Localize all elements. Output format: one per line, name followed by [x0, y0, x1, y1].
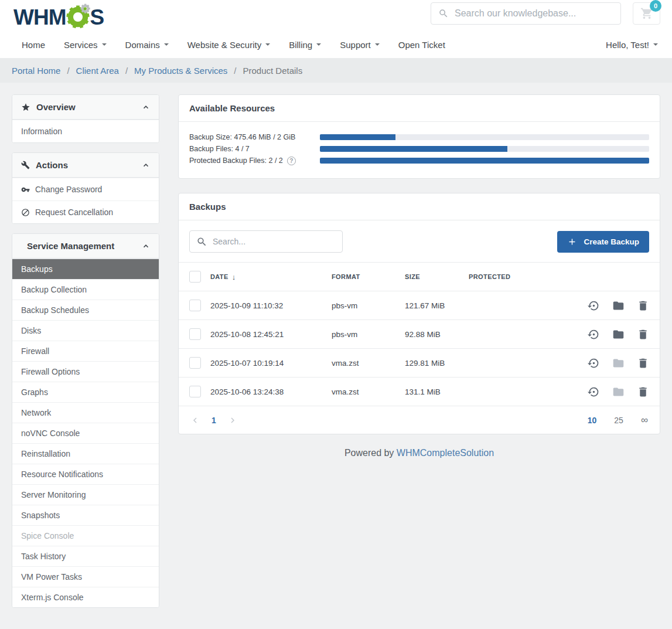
- knowledgebase-search[interactable]: [431, 2, 621, 25]
- nav-item-open-ticket[interactable]: Open Ticket: [398, 40, 445, 50]
- sidebar-item-network[interactable]: Network: [12, 402, 159, 423]
- sidebar-item-graphs[interactable]: Graphs: [12, 382, 159, 402]
- sidebar-item-resource-notifications[interactable]: Resource Notifications: [12, 464, 159, 484]
- page-number[interactable]: 1: [212, 416, 216, 425]
- pagination: 1 10 25 ∞: [179, 406, 660, 434]
- sidebar-item-task-history[interactable]: Task History: [12, 546, 159, 566]
- delete-backup-icon[interactable]: [637, 386, 649, 398]
- sidebar-item-firewall-options[interactable]: Firewall Options: [12, 361, 159, 382]
- service-management-title: Service Management: [27, 241, 114, 251]
- backup-date: 2025-10-09 11:10:32: [210, 301, 332, 310]
- page-size-25[interactable]: 25: [614, 416, 623, 425]
- row-checkbox[interactable]: [189, 386, 201, 397]
- page-size-unlimited[interactable]: ∞: [641, 414, 648, 426]
- backups-search[interactable]: [189, 230, 343, 253]
- whmcs-logo[interactable]: WHM: [13, 4, 104, 31]
- sidebar-item-backup-collection[interactable]: Backup Collection: [12, 279, 159, 300]
- actions-panel-header[interactable]: Actions: [12, 153, 159, 178]
- available-resources-card: Available Resources Backup Size: 475.46 …: [178, 94, 660, 179]
- sidebar-item-backup-schedules[interactable]: Backup Schedules: [12, 300, 159, 320]
- nav-item-website-security[interactable]: Website & Security: [187, 40, 270, 50]
- gear-logo-icon: [64, 4, 91, 30]
- backup-date: 2025-10-07 10:19:14: [210, 359, 332, 368]
- breadcrumb-my-products[interactable]: My Products & Services: [134, 66, 227, 76]
- select-all-checkbox[interactable]: [189, 271, 201, 283]
- cart-button[interactable]: 0: [633, 2, 660, 25]
- row-checkbox[interactable]: [189, 300, 201, 311]
- next-page-icon[interactable]: [226, 416, 240, 425]
- sidebar-item-disks[interactable]: Disks: [12, 320, 159, 341]
- backups-card: Backups Create Backup: [178, 193, 660, 434]
- nav-item-home[interactable]: Home: [22, 40, 45, 50]
- help-icon[interactable]: ?: [287, 157, 296, 165]
- sidebar-item-backups[interactable]: Backups: [12, 259, 159, 279]
- chevron-up-icon[interactable]: [142, 161, 150, 169]
- page-size-10[interactable]: 10: [588, 416, 597, 425]
- sidebar-item-information[interactable]: Information: [12, 120, 159, 142]
- browse-backup-folder-icon[interactable]: [612, 300, 625, 312]
- delete-backup-icon[interactable]: [637, 357, 649, 369]
- plus-icon: [567, 237, 577, 247]
- main-nav: Home Services Domains Website & Security…: [12, 31, 660, 58]
- actions-title: Actions: [36, 160, 68, 170]
- sidebar-item-firewall[interactable]: Firewall: [12, 341, 159, 361]
- breadcrumb-client-area[interactable]: Client Area: [76, 66, 119, 76]
- backup-size: 131.1 MiB: [405, 387, 469, 396]
- sidebar-item-vm-power-tasks[interactable]: VM Power Tasks: [12, 566, 159, 587]
- prev-page-icon[interactable]: [188, 416, 202, 425]
- backup-format: pbs-vm: [332, 301, 405, 310]
- backups-search-input[interactable]: [213, 237, 336, 246]
- top-bar: WHM: [0, 0, 672, 58]
- resource-row-protected-files: Protected Backup Files: 2 / 2 ?: [189, 155, 649, 166]
- column-header-format[interactable]: FORMAT: [332, 273, 405, 280]
- backups-table-header: DATE ↓ FORMAT SIZE PROTECTED: [179, 262, 660, 291]
- available-resources-title: Available Resources: [179, 95, 660, 122]
- backup-size: 92.88 MiB: [405, 330, 469, 339]
- column-header-size[interactable]: SIZE: [405, 273, 469, 280]
- service-management-panel-header[interactable]: Service Management: [12, 234, 159, 259]
- breadcrumb-portal-home[interactable]: Portal Home: [12, 66, 60, 76]
- nav-item-domains[interactable]: Domains: [125, 40, 169, 50]
- browse-backup-folder-icon: [612, 357, 625, 369]
- backup-size-progressbar: [320, 134, 649, 140]
- sidebar-item-snapshots[interactable]: Snapshots: [12, 505, 159, 525]
- key-icon: [21, 185, 30, 194]
- logo-text-s: S: [90, 5, 104, 30]
- delete-backup-icon[interactable]: [637, 328, 649, 341]
- nav-item-support[interactable]: Support: [340, 40, 380, 50]
- row-checkbox[interactable]: [189, 357, 201, 369]
- whmcompletesolution-link[interactable]: WHMCompleteSolution: [397, 448, 494, 458]
- restore-backup-icon[interactable]: [588, 328, 600, 341]
- sidebar-item-xterm-console[interactable]: Xterm.js Console: [12, 587, 159, 607]
- sidebar-item-reinstallation[interactable]: Reinstallation: [12, 443, 159, 464]
- wrench-icon: [21, 161, 30, 169]
- knowledgebase-search-input[interactable]: [455, 8, 613, 19]
- resource-row-backup-files: Backup Files: 4 / 7: [189, 143, 649, 155]
- backup-date: 2025-10-06 13:24:38: [210, 387, 332, 396]
- overview-panel-header[interactable]: Overview: [12, 95, 159, 120]
- sidebar-item-spice-console[interactable]: Spice Console: [12, 525, 159, 546]
- restore-backup-icon[interactable]: [588, 386, 600, 398]
- chevron-up-icon[interactable]: [142, 242, 150, 250]
- sidebar-item-request-cancellation[interactable]: Request Cancellation: [12, 200, 159, 223]
- restore-backup-icon[interactable]: [588, 300, 600, 312]
- sidebar-item-server-monitoring[interactable]: Server Monitoring: [12, 484, 159, 505]
- create-backup-button[interactable]: Create Backup: [557, 231, 649, 253]
- restore-backup-icon[interactable]: [588, 357, 600, 369]
- column-header-date[interactable]: DATE ↓: [210, 273, 332, 281]
- column-header-protected[interactable]: PROTECTED: [469, 273, 567, 280]
- sidebar-item-novnc-console[interactable]: noVNC Console: [12, 423, 159, 443]
- nav-item-services[interactable]: Services: [64, 40, 107, 50]
- backup-format: pbs-vm: [332, 330, 405, 339]
- chevron-up-icon[interactable]: [142, 103, 150, 111]
- account-menu[interactable]: Hello, Test!: [606, 40, 658, 50]
- star-icon: [21, 103, 30, 112]
- browse-backup-folder-icon[interactable]: [612, 328, 625, 341]
- chevron-down-icon: [316, 43, 321, 46]
- sidebar-item-change-password[interactable]: Change Password: [12, 178, 159, 200]
- row-checkbox[interactable]: [189, 328, 201, 340]
- nav-item-billing[interactable]: Billing: [289, 40, 321, 50]
- delete-backup-icon[interactable]: [637, 300, 649, 312]
- chevron-down-icon: [653, 43, 658, 46]
- protected-files-progressbar: [320, 158, 649, 164]
